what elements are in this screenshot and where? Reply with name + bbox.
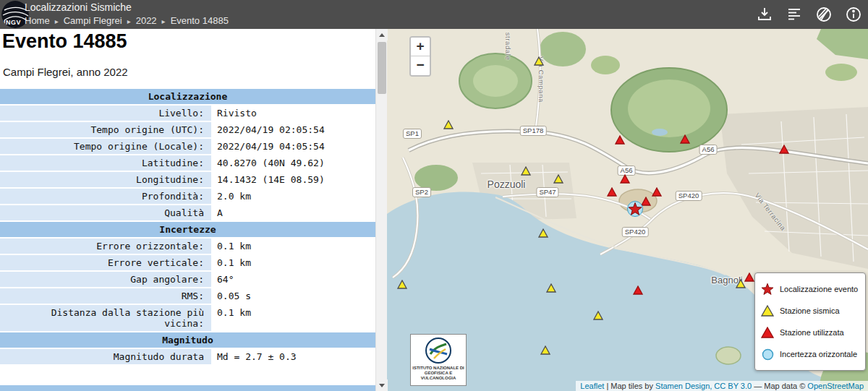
row-label: Tempo origine (Locale): (0, 139, 211, 155)
event-detail-panel: Evento 14885 Campi Flegrei, anno 2022 Lo… (0, 29, 375, 391)
used-station-marker[interactable] (633, 285, 643, 295)
legend-item: Stazione utilizzata (760, 322, 861, 343)
scroll-down-button[interactable] (376, 379, 388, 391)
seismic-station-marker[interactable] (540, 345, 550, 355)
event-location-marker[interactable] (628, 202, 642, 216)
row-value: A (211, 205, 375, 222)
breadcrumb-separator-icon: ▸ (55, 17, 59, 25)
leaflet-link[interactable]: Leaflet (580, 382, 604, 390)
breadcrumb-item[interactable]: Home (25, 15, 50, 26)
used-station-marker[interactable] (744, 272, 754, 282)
seismic-station-marker[interactable] (443, 120, 454, 129)
legend-label: Stazione utilizzata (780, 328, 844, 337)
header-titles: Localizzazioni Sismiche Home▸Campi Flegr… (25, 1, 229, 26)
table-row: QualitàA (0, 205, 375, 222)
download-icon[interactable] (756, 6, 773, 23)
used-station-marker[interactable] (779, 145, 789, 154)
row-value: Md = 2.7 ± 0.3 (211, 349, 375, 366)
seismic-station-marker[interactable] (553, 174, 563, 184)
row-value: 64° (211, 272, 375, 288)
event-data-table: LocalizzazioneLivello:RivistoTempo origi… (0, 89, 375, 366)
seismic-station-marker[interactable] (546, 283, 556, 293)
event-subtitle: Campi Flegrei, anno 2022 (3, 66, 375, 78)
table-row: Errore orizzontale:0.1 km (0, 239, 375, 255)
ingv-map-logo: ISTITUTO NAZIONALE DI GEOFISICA E VULCAN… (410, 334, 467, 386)
section-header: Incertezze (0, 222, 375, 239)
legend-label: Stazione sismica (780, 306, 840, 315)
app-title: Localizzazioni Sismiche (25, 1, 229, 13)
ingv-map-globe-icon (425, 337, 452, 364)
row-label: RMS: (0, 288, 211, 305)
table-row: RMS:0.05 s (0, 288, 375, 305)
no-entry-icon[interactable] (815, 6, 833, 23)
map-attribution: Leaflet | Map tiles by Stamen Design, CC… (576, 381, 868, 391)
row-value: 0.1 km (211, 305, 375, 332)
used-station-marker[interactable] (607, 187, 617, 197)
stamen-link[interactable]: Stamen Design, CC BY 3.0 (655, 382, 752, 390)
scroll-down-arrow-icon (379, 384, 385, 387)
section-header-row: Magnitudo (0, 332, 375, 349)
legend-item: Localizzazione evento (760, 278, 861, 300)
row-value: 2.0 km (211, 189, 375, 205)
row-label: Livello: (0, 106, 211, 122)
table-row: Gap angolare:64° (0, 272, 375, 288)
info-icon[interactable] (845, 6, 862, 23)
used-station-marker[interactable] (652, 187, 662, 197)
seismic-station-marker[interactable] (534, 56, 544, 66)
ingv-logo-text: INGV (4, 19, 21, 26)
row-label: Longitudine: (0, 172, 211, 189)
seismic-station-marker[interactable] (538, 228, 548, 238)
leaflet-map[interactable]: SP1SP178SP2SP47A56A56SP420SP420stradaleV… (387, 29, 868, 391)
event-star-icon (760, 283, 775, 296)
list-icon[interactable] (786, 6, 803, 23)
attribution-text-1: | Map tiles by (604, 382, 655, 390)
legend-label: Incertezza orizzontale (780, 350, 857, 358)
legend-item: Incertezza orizzontale (760, 343, 861, 365)
osm-link[interactable]: OpenStreetMap (807, 382, 864, 390)
breadcrumb-item[interactable]: Campi Flegrei (64, 15, 122, 26)
zoom-out-button[interactable]: − (411, 56, 430, 75)
legend-label: Localizzazione evento (780, 285, 858, 293)
row-value: 14.1432 (14E 08.59) (211, 172, 375, 189)
seismic-station-marker[interactable] (593, 311, 603, 320)
breadcrumb: Home▸Campi Flegrei▸2022▸Evento 14885 (25, 15, 229, 26)
table-row: Errore verticale:0.1 km (0, 255, 375, 272)
seismic-station-marker[interactable] (521, 166, 531, 176)
table-row: Longitudine:14.1432 (14E 08.59) (0, 172, 375, 189)
uncertainty-circle-icon (760, 348, 775, 361)
row-value: 0.1 km (211, 239, 375, 255)
used-station-triangle-icon (760, 327, 775, 338)
header-icons (756, 6, 862, 23)
row-value: Rivisto (211, 106, 375, 122)
vertical-scrollbar[interactable] (375, 29, 387, 391)
row-value: 40.8270 (40N 49.62) (211, 155, 375, 172)
section-header: Localizzazione (0, 89, 375, 106)
table-row: Tempo origine (UTC):2022/04/19 02:05:54 (0, 122, 375, 139)
breadcrumb-separator-icon: ▸ (127, 17, 131, 25)
ingv-map-logo-caption: ISTITUTO NAZIONALE DI GEOFISICA E VULCAN… (411, 366, 466, 381)
used-station-marker[interactable] (680, 134, 690, 144)
row-value: 0.05 s (211, 288, 375, 305)
header-bar: INGV Localizzazioni Sismiche Home▸Campi … (0, 0, 868, 29)
map-legend: Localizzazione eventoStazione sismicaSta… (754, 272, 866, 371)
seismic-station-triangle-icon (760, 305, 775, 317)
used-station-marker[interactable] (615, 135, 625, 145)
legend-item: Stazione sismica (760, 300, 861, 322)
section-header: Magnitudo (0, 332, 375, 349)
attribution-text-2: — Map data © (752, 382, 807, 390)
scrollbar-thumb[interactable] (378, 42, 386, 94)
used-station-marker[interactable] (641, 197, 651, 206)
section-header-row: Localizzazione (0, 89, 375, 106)
zoom-in-button[interactable]: + (411, 38, 430, 56)
scroll-up-button[interactable] (376, 29, 388, 40)
row-label: Tempo origine (UTC): (0, 122, 211, 139)
row-value: 2022/04/19 02:05:54 (211, 122, 375, 139)
scroll-up-arrow-icon (379, 33, 385, 37)
row-value: 0.1 km (211, 255, 375, 272)
section-header-row: Incertezze (0, 222, 375, 239)
breadcrumb-item[interactable]: 2022 (136, 15, 157, 26)
row-label: Profondità: (0, 189, 211, 205)
used-station-marker[interactable] (620, 174, 630, 184)
seismic-station-marker[interactable] (397, 280, 407, 289)
zoom-control: + − (409, 36, 431, 77)
